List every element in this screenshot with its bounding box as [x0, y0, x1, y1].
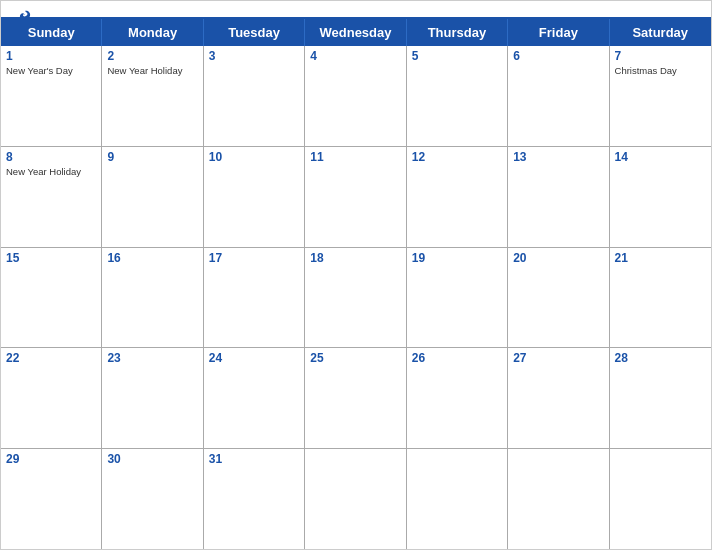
day-number-16: 16: [107, 251, 197, 265]
day-cell-w4-d2: 23: [102, 348, 203, 448]
day-cell-w5-d7: [610, 449, 711, 549]
day-number-30: 30: [107, 452, 197, 466]
day-number-31: 31: [209, 452, 299, 466]
day-cell-w3-d4: 18: [305, 248, 406, 348]
day-number-12: 12: [412, 150, 502, 164]
day-number-26: 26: [412, 351, 502, 365]
day-number-6: 6: [513, 49, 603, 63]
weeks-container: 1New Year's Day2New Year Holiday34567Chr…: [1, 46, 711, 549]
day-number-10: 10: [209, 150, 299, 164]
calendar-grid: Sunday Monday Tuesday Wednesday Thursday…: [1, 17, 711, 549]
day-cell-w1-d6: 6: [508, 46, 609, 146]
day-number-28: 28: [615, 351, 706, 365]
day-number-4: 4: [310, 49, 400, 63]
day-headers-row: Sunday Monday Tuesday Wednesday Thursday…: [1, 19, 711, 46]
holiday-1: New Year's Day: [6, 65, 96, 77]
day-number-3: 3: [209, 49, 299, 63]
day-number-15: 15: [6, 251, 96, 265]
logo-bird-icon: [17, 9, 33, 25]
day-number-27: 27: [513, 351, 603, 365]
day-cell-w3-d2: 16: [102, 248, 203, 348]
calendar-wrapper: Sunday Monday Tuesday Wednesday Thursday…: [0, 0, 712, 550]
day-cell-w3-d3: 17: [204, 248, 305, 348]
day-cell-w5-d1: 29: [1, 449, 102, 549]
day-number-24: 24: [209, 351, 299, 365]
day-cell-w2-d3: 10: [204, 147, 305, 247]
day-cell-w4-d5: 26: [407, 348, 508, 448]
day-number-11: 11: [310, 150, 400, 164]
header-saturday: Saturday: [610, 19, 711, 46]
day-cell-w5-d2: 30: [102, 449, 203, 549]
header-thursday: Thursday: [407, 19, 508, 46]
day-number-20: 20: [513, 251, 603, 265]
day-number-17: 17: [209, 251, 299, 265]
day-cell-w3-d7: 21: [610, 248, 711, 348]
day-cell-w4-d3: 24: [204, 348, 305, 448]
day-cell-w5-d6: [508, 449, 609, 549]
day-cell-w1-d1: 1New Year's Day: [1, 46, 102, 146]
day-number-5: 5: [412, 49, 502, 63]
logo-area: [17, 9, 35, 25]
day-number-25: 25: [310, 351, 400, 365]
day-number-29: 29: [6, 452, 96, 466]
day-number-13: 13: [513, 150, 603, 164]
day-cell-w1-d2: 2New Year Holiday: [102, 46, 203, 146]
holiday-8: New Year Holiday: [6, 166, 96, 178]
day-cell-w5-d4: [305, 449, 406, 549]
day-number-8: 8: [6, 150, 96, 164]
day-cell-w4-d4: 25: [305, 348, 406, 448]
day-number-2: 2: [107, 49, 197, 63]
header-friday: Friday: [508, 19, 609, 46]
day-number-18: 18: [310, 251, 400, 265]
week-row-4: 22232425262728: [1, 348, 711, 449]
calendar-header: [1, 1, 711, 17]
week-row-1: 1New Year's Day2New Year Holiday34567Chr…: [1, 46, 711, 147]
day-cell-w1-d7: 7Christmas Day: [610, 46, 711, 146]
day-cell-w2-d2: 9: [102, 147, 203, 247]
logo-blue: [17, 9, 35, 25]
day-cell-w4-d7: 28: [610, 348, 711, 448]
week-row-2: 8New Year Holiday91011121314: [1, 147, 711, 248]
day-cell-w2-d1: 8New Year Holiday: [1, 147, 102, 247]
day-cell-w5-d5: [407, 449, 508, 549]
day-cell-w2-d4: 11: [305, 147, 406, 247]
header-tuesday: Tuesday: [204, 19, 305, 46]
day-cell-w3-d6: 20: [508, 248, 609, 348]
holiday-7: Christmas Day: [615, 65, 706, 77]
day-cell-w2-d7: 14: [610, 147, 711, 247]
header-wednesday: Wednesday: [305, 19, 406, 46]
day-number-9: 9: [107, 150, 197, 164]
day-number-23: 23: [107, 351, 197, 365]
holiday-2: New Year Holiday: [107, 65, 197, 77]
day-cell-w2-d5: 12: [407, 147, 508, 247]
day-number-21: 21: [615, 251, 706, 265]
day-number-7: 7: [615, 49, 706, 63]
day-cell-w2-d6: 13: [508, 147, 609, 247]
day-cell-w4-d1: 22: [1, 348, 102, 448]
day-cell-w1-d3: 3: [204, 46, 305, 146]
day-number-14: 14: [615, 150, 706, 164]
day-cell-w1-d5: 5: [407, 46, 508, 146]
day-number-19: 19: [412, 251, 502, 265]
header-monday: Monday: [102, 19, 203, 46]
day-cell-w4-d6: 27: [508, 348, 609, 448]
day-cell-w1-d4: 4: [305, 46, 406, 146]
day-number-22: 22: [6, 351, 96, 365]
day-cell-w3-d5: 19: [407, 248, 508, 348]
week-row-5: 293031: [1, 449, 711, 549]
week-row-3: 15161718192021: [1, 248, 711, 349]
day-number-1: 1: [6, 49, 96, 63]
day-cell-w5-d3: 31: [204, 449, 305, 549]
day-cell-w3-d1: 15: [1, 248, 102, 348]
